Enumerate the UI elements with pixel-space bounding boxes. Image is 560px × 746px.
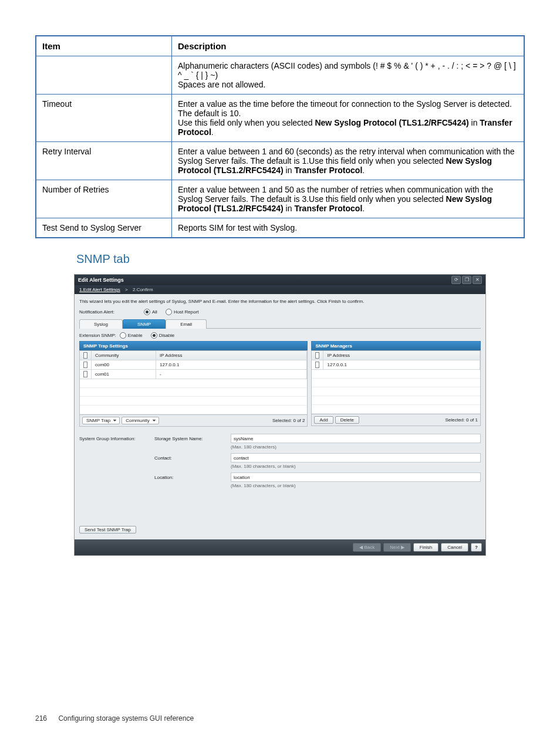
- snmp-managers-header: SNMP Managers: [311, 341, 481, 350]
- edit-alert-settings-dialog: Edit Alert Settings ⟳ ❐ ✕ 1.Edit Alert S…: [74, 274, 486, 556]
- section-heading-snmp: SNMP tab: [76, 252, 525, 266]
- row-checkbox[interactable]: [83, 371, 87, 377]
- radio-host-report[interactable]: [166, 309, 172, 315]
- col-community: Community: [92, 351, 156, 360]
- table-row: Alphanumeric characters (ASCII codes) an…: [36, 56, 524, 94]
- col-description: Description: [172, 36, 525, 56]
- system-group-info-label: System Group Information:: [79, 434, 150, 492]
- checkbox-all-mgr[interactable]: [315, 352, 319, 359]
- cancel-button[interactable]: Cancel: [441, 543, 468, 552]
- extension-snmp-label: Extension SNMP:: [79, 333, 116, 338]
- breadcrumb: 1.Edit Alert Settings > 2.Confirm: [75, 285, 485, 294]
- snmp-trap-settings-header: SNMP Trap Settings: [79, 341, 308, 350]
- maximize-icon[interactable]: ❐: [462, 276, 471, 284]
- tab-snmp[interactable]: SNMP: [123, 319, 166, 329]
- dialog-title: Edit Alert Settings: [78, 277, 451, 283]
- reset-icon[interactable]: ⟳: [451, 276, 461, 284]
- col-ip-address: IP Address: [156, 351, 307, 360]
- row-checkbox[interactable]: [315, 362, 319, 368]
- table-row: Retry IntervalEnter a value between 1 an…: [36, 142, 524, 180]
- col-mgr-ip: IP Address: [323, 351, 480, 360]
- table-row: Number of RetriesEnter a value between 1…: [36, 180, 524, 218]
- breadcrumb-step1: 1.Edit Alert Settings: [79, 287, 120, 292]
- page-footer: 216 Configuring storage systems GUI refe…: [35, 714, 194, 723]
- location-hint: (Max. 180 characters, or blank): [231, 483, 481, 488]
- trap-selected-count: Selected: 0 of 2: [272, 418, 305, 423]
- mgr-selected-count: Selected: 0 of 1: [445, 417, 478, 423]
- location-input[interactable]: location: [231, 472, 481, 482]
- dropdown-community[interactable]: Community: [122, 417, 158, 424]
- notification-alert-label: Notification Alert:: [79, 309, 144, 315]
- checkbox-all-trap[interactable]: [83, 352, 87, 359]
- col-item: Item: [36, 36, 172, 56]
- finish-button[interactable]: Finish: [413, 543, 438, 552]
- storage-system-name-label: Storage System Name:: [154, 436, 231, 441]
- table-row[interactable]: com01-: [80, 370, 307, 379]
- storage-system-name-input[interactable]: sysName: [231, 434, 481, 443]
- radio-enable[interactable]: [120, 332, 126, 339]
- table-row: Test Send to Syslog ServerReports SIM fo…: [36, 218, 524, 238]
- close-icon[interactable]: ✕: [473, 276, 482, 284]
- row-checkbox[interactable]: [83, 362, 87, 368]
- contact-input[interactable]: contact: [231, 453, 481, 463]
- add-button[interactable]: Add: [314, 416, 333, 424]
- tab-email[interactable]: Email: [166, 319, 207, 329]
- name-hint: (Max. 180 characters): [231, 444, 481, 450]
- contact-hint: (Max. 180 characters, or blank): [231, 464, 481, 469]
- chevron-down-icon: [113, 418, 117, 423]
- send-test-snmp-trap-button[interactable]: Send Test SNMP Trap: [79, 526, 136, 534]
- dropdown-snmp-trap[interactable]: SNMP Trap: [82, 417, 120, 424]
- contact-label: Contact:: [154, 455, 231, 461]
- location-label: Location:: [154, 475, 231, 480]
- chevron-down-icon: [152, 418, 156, 423]
- tab-syslog[interactable]: Syslog: [79, 319, 123, 329]
- table-row: TimeoutEnter a value as the time before …: [36, 94, 524, 142]
- table-row[interactable]: 127.0.0.1: [312, 360, 480, 370]
- help-button[interactable]: ?: [471, 543, 482, 552]
- next-button[interactable]: Next ▶: [383, 543, 411, 552]
- radio-disable[interactable]: [151, 332, 157, 339]
- parameter-table: Item Description Alphanumeric characters…: [35, 35, 525, 238]
- radio-all[interactable]: [144, 309, 150, 315]
- table-row[interactable]: com00127.0.0.1: [80, 360, 307, 370]
- breadcrumb-step2: 2.Confirm: [133, 287, 153, 292]
- wizard-description: This wizard lets you edit the alert sett…: [79, 299, 481, 304]
- delete-button[interactable]: Delete: [335, 416, 359, 424]
- back-button[interactable]: ◀ Back: [353, 543, 381, 552]
